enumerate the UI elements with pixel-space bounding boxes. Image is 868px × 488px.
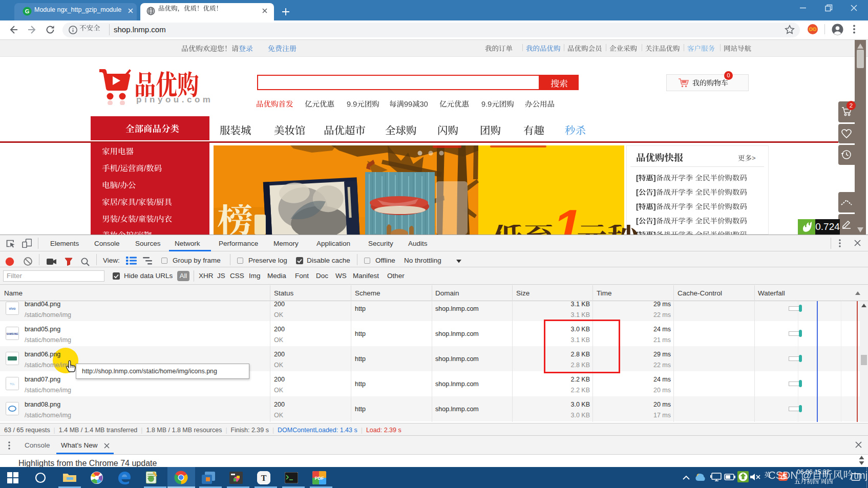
svg-text:TCL: TCL bbox=[10, 382, 15, 385]
svg-text:G: G bbox=[25, 8, 30, 14]
svg-text:vivo: vivo bbox=[9, 307, 15, 310]
svg-text:PDF: PDF bbox=[315, 476, 325, 481]
svg-text:T: T bbox=[261, 474, 267, 482]
svg-text:SAMSUNG: SAMSUNG bbox=[6, 332, 18, 335]
